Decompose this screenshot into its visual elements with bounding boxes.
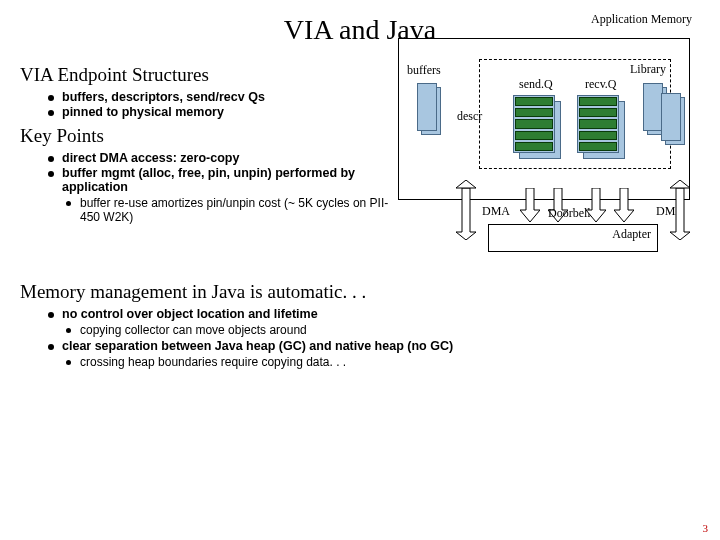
app-memory-box: buffers Library send.Q recv.Q descr [398, 38, 690, 200]
page-number: 3 [703, 522, 709, 534]
buffer-icon [661, 93, 685, 149]
sendq-label: send.Q [519, 77, 553, 92]
dma-arrow-icon [454, 180, 478, 240]
send-queue-icon [513, 95, 559, 159]
recvq-label: recv.Q [585, 77, 617, 92]
dma-label: DMA [482, 204, 510, 219]
svg-marker-4 [586, 188, 606, 222]
svg-marker-1 [456, 180, 476, 188]
doorbell-arrow-icon [614, 188, 634, 222]
keypoints-item: direct DMA access: zero-copy [48, 151, 392, 165]
descr-label: descr [457, 109, 482, 124]
memory-subitem: crossing heap boundaries require copying… [66, 355, 700, 369]
doorbell-arrow-icon [520, 188, 540, 222]
svg-marker-5 [614, 188, 634, 222]
adapter-box: Adapter [488, 224, 658, 252]
endpoint-item: pinned to physical memory [48, 105, 392, 119]
memory-subitem: copying collector can move objects aroun… [66, 323, 700, 337]
svg-marker-6 [670, 188, 690, 240]
svg-marker-0 [456, 188, 476, 240]
endpoint-item: buffers, descriptors, send/recv Qs [48, 90, 392, 104]
memory-item: clear separation between Java heap (GC) … [48, 339, 700, 353]
keypoints-item: buffer mgmt (alloc, free, pin, unpin) pe… [48, 166, 392, 194]
endpoint-heading: VIA Endpoint Structures [20, 64, 392, 86]
memory-item: no control over object location and life… [48, 307, 700, 321]
svg-marker-2 [520, 188, 540, 222]
memory-heading: Memory management in Java is automatic. … [20, 281, 700, 303]
keypoints-subitem: buffer re-use amortizes pin/unpin cost (… [66, 196, 392, 224]
keypoints-heading: Key Points [20, 125, 392, 147]
svg-marker-7 [670, 180, 690, 188]
library-label: Library [630, 62, 666, 77]
recv-queue-icon [577, 95, 623, 159]
doorbell-arrow-icon [586, 188, 606, 222]
dma-arrow-icon [668, 180, 692, 240]
buffers-label: buffers [407, 63, 441, 78]
buffer-icon [417, 83, 441, 139]
app-memory-label: Application Memory [591, 12, 692, 27]
architecture-diagram: Application Memory buffers Library send.… [398, 32, 698, 257]
